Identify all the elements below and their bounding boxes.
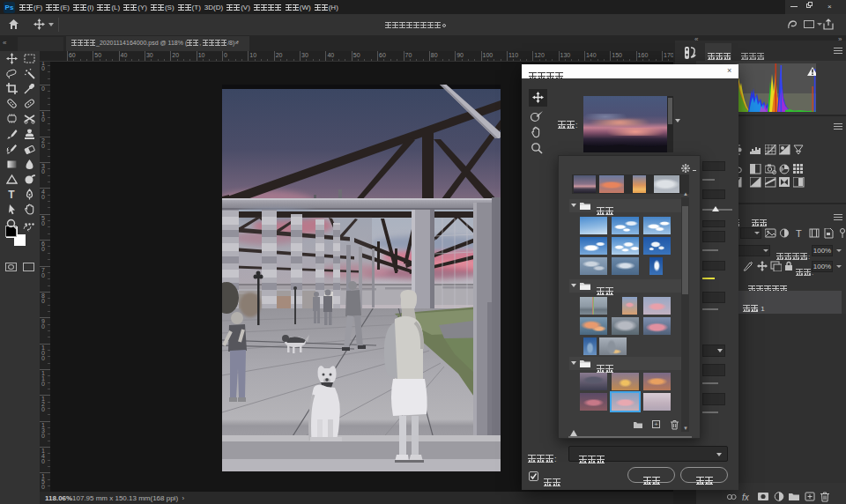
svg-text:fx: fx [742, 493, 750, 502]
svg-text:T: T [8, 189, 15, 200]
svg-text:T: T [796, 228, 802, 239]
